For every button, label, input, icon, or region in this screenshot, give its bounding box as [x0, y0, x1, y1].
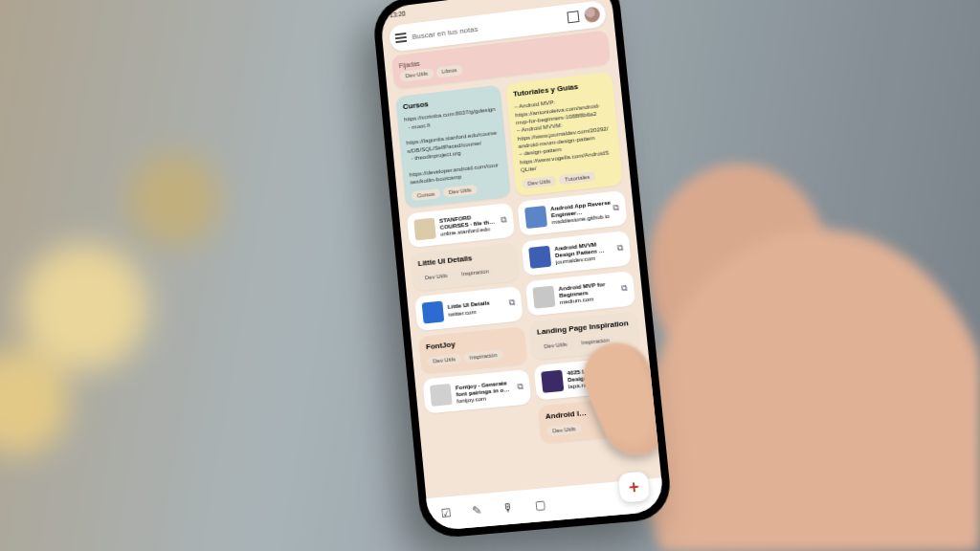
- link-thumb: [524, 206, 547, 229]
- open-external-icon[interactable]: ⧉: [621, 281, 628, 294]
- open-external-icon[interactable]: ⧉: [517, 381, 523, 393]
- note-card[interactable]: Tutoriales y Guías– Android MVP: https:/…: [505, 71, 623, 195]
- pinned-section-label: Fijadas: [398, 60, 420, 69]
- note-card[interactable]: Little UI Detailstwitter.com ⧉: [414, 286, 523, 331]
- link-text: Fontjoy · Generate font pairings in o…fo…: [456, 378, 519, 405]
- brush-icon[interactable]: ✎: [472, 503, 482, 518]
- new-note-fab[interactable]: +: [618, 472, 650, 503]
- link-text: Android MVP for Beginnersmedium.com: [558, 278, 622, 305]
- chip[interactable]: Dev Utils: [427, 354, 461, 367]
- menu-icon[interactable]: [395, 33, 408, 43]
- link-text: STANFORD COURSES · file th…online.stanfo…: [439, 210, 502, 237]
- link-thumb: [422, 300, 445, 323]
- chip[interactable]: Tutoriales: [559, 171, 596, 185]
- link-text: Android MVVM Design Pattern …journaldev.…: [554, 238, 618, 265]
- chip[interactable]: Inspiración: [463, 350, 502, 364]
- note-card[interactable]: FontJoyDev UtilsInspiración: [418, 326, 527, 375]
- view-toggle-icon[interactable]: [567, 11, 579, 23]
- note-card[interactable]: Android MVVM Design Pattern …journaldev.…: [522, 231, 632, 276]
- chip[interactable]: Dev Utils: [546, 424, 582, 437]
- chip[interactable]: Dev Utils: [443, 184, 478, 197]
- image-icon[interactable]: ▢: [534, 497, 546, 512]
- checkbox-icon[interactable]: ☑: [440, 506, 452, 520]
- chip[interactable]: Cursos: [411, 188, 440, 201]
- link-text: Little UI Detailstwitter.com: [447, 298, 509, 318]
- chip[interactable]: Dev Utils: [522, 175, 557, 188]
- link-thumb: [541, 369, 564, 392]
- open-external-icon[interactable]: ⧉: [616, 241, 623, 253]
- note-card[interactable]: Cursoshttps://scrimba.com:8037/g/gdesign…: [395, 84, 511, 208]
- chip[interactable]: Inspiración: [456, 266, 495, 279]
- open-external-icon[interactable]: ⧉: [508, 297, 515, 309]
- open-external-icon[interactable]: ⧉: [612, 201, 619, 213]
- note-body: – Android MVP: https://antonioleiva.com/…: [514, 93, 614, 174]
- note-card[interactable]: Little UI DetailsDev UtilsInspiración: [411, 242, 520, 291]
- note-card[interactable]: Android MVP for Beginnersmedium.com ⧉: [525, 271, 635, 316]
- chip[interactable]: Dev Utils: [538, 340, 573, 353]
- chip[interactable]: Libros: [435, 65, 463, 77]
- chip[interactable]: Dev Utils: [419, 271, 454, 284]
- link-thumb: [430, 384, 453, 407]
- open-external-icon[interactable]: ⧉: [501, 213, 507, 226]
- search-placeholder: Buscar en tus notas: [412, 14, 562, 41]
- mic-icon[interactable]: 🎙: [501, 500, 514, 515]
- link-thumb: [413, 217, 436, 240]
- link-thumb: [528, 245, 551, 268]
- note-card[interactable]: Android App Reverse Engineer…maddiestone…: [517, 190, 627, 236]
- status-time: 13:20: [389, 10, 406, 18]
- link-text: Android App Reverse Engineer…maddiestone…: [550, 198, 614, 225]
- chip[interactable]: Dev Utils: [399, 68, 434, 81]
- phone-screen: 13:20 ▲ ▼ ▢ ▲ Buscar en tus notas Fijada…: [379, 0, 664, 531]
- note-body: https://scrimba.com:8037/g/gdesign - moo…: [404, 105, 502, 187]
- note-card[interactable]: STANFORD COURSES · file th…online.stanfo…: [407, 202, 515, 247]
- note-card[interactable]: Fontjoy · Generate font pairings in o…fo…: [422, 369, 531, 414]
- link-thumb: [532, 285, 555, 308]
- avatar[interactable]: [584, 7, 601, 24]
